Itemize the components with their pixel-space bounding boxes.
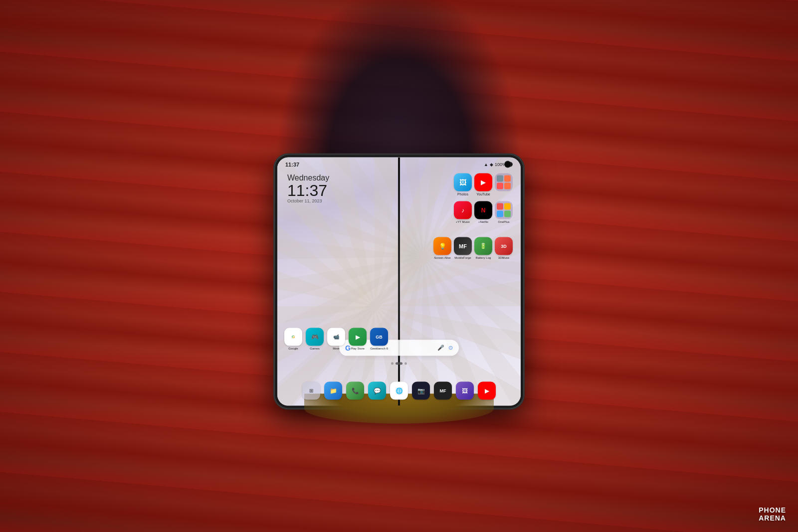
wifi-icon: ◆: [490, 162, 493, 167]
geekbench-icon: GB: [370, 328, 388, 346]
app-google[interactable]: G Google: [284, 328, 302, 350]
gallery-icon[interactable]: 🖼: [456, 381, 474, 399]
signal-icon: ▲: [484, 162, 488, 167]
oneplus-folder-icon: [495, 201, 513, 219]
files-icon[interactable]: 📁: [324, 381, 342, 399]
phonearena-watermark: PHONE ARENA: [759, 507, 786, 522]
google-icon: G: [284, 328, 302, 346]
meet-icon: 📹: [327, 328, 345, 346]
page-dots: [391, 362, 407, 364]
ytmusic-icon: ♪: [454, 201, 472, 219]
app-netflix[interactable]: N +Netflix: [474, 201, 492, 223]
phone-wrapper: 11:37 ▲ ◆ 100% Wednesday 11:37 October 1…: [274, 154, 524, 408]
folder-icon: [495, 173, 513, 191]
batterylog-icon: 🔋: [474, 237, 492, 255]
games-icon: 🎮: [306, 328, 324, 346]
mf-dock-icon[interactable]: MF: [434, 381, 452, 399]
netflix-icon: N: [474, 201, 492, 219]
app-group-right: 💡 Screen Alive MF MobileForge 🔋 Battery …: [433, 237, 513, 261]
app-games[interactable]: 🎮 Games: [306, 328, 324, 350]
dot-1: [391, 362, 394, 364]
folder-mini-4: [504, 182, 511, 189]
screenalive-icon: 💡: [433, 237, 451, 255]
netflix-label: +Netflix: [478, 220, 488, 223]
meet-label: Meet: [333, 347, 339, 350]
app-folder-top[interactable]: [495, 173, 513, 195]
app-meet[interactable]: 📹 Meet: [327, 328, 345, 350]
app-group-mid: ♪ +YT Music N +Netflix: [454, 201, 513, 225]
app-playstore[interactable]: ▶ Play Store: [349, 328, 367, 350]
mobileforge-label: MobileForge: [454, 256, 471, 259]
app-ytmusic[interactable]: ♪ +YT Music: [454, 201, 472, 223]
app-geekbench[interactable]: GB Geekbench 6: [370, 328, 388, 350]
playstore-label: Play Store: [351, 347, 365, 350]
phone-icon[interactable]: 📞: [346, 381, 364, 399]
folder-mini-3: [497, 182, 503, 189]
mobileforge-icon: MF: [454, 237, 472, 255]
app-photos[interactable]: 🖼 Photos: [454, 173, 472, 195]
games-label: Games: [310, 347, 319, 350]
3dmuse-label: 3DMuse: [498, 256, 509, 259]
youtube-dock-icon[interactable]: ▶: [478, 381, 496, 399]
screenalive-label: Screen Alive: [434, 256, 450, 259]
lens-icon: ⊙: [448, 345, 453, 351]
camera-icon[interactable]: 📷: [412, 381, 430, 399]
youtube-icon: ▶: [474, 173, 492, 191]
google-label: Google: [288, 347, 298, 350]
all-apps-icon[interactable]: ⊞: [302, 381, 320, 399]
mic-icon: 🎤: [437, 345, 444, 351]
status-time: 11:37: [285, 161, 299, 167]
ytmusic-label: +YT Music: [456, 220, 470, 223]
messages-icon[interactable]: 💬: [368, 381, 386, 399]
app-mobileforge[interactable]: MF MobileForge: [454, 237, 472, 259]
youtube-label: YouTube: [476, 192, 490, 195]
batterylog-label: Battery Log: [476, 256, 491, 259]
oneplus-label: OnePlus: [498, 220, 509, 223]
app-youtube[interactable]: ▶ YouTube: [474, 173, 492, 195]
geekbench-label: Geekbench 6: [370, 347, 388, 350]
app-group-top: 🖼 Photos ▶ YouTube: [454, 173, 513, 197]
front-camera: [505, 161, 511, 167]
app-batterylog[interactable]: 🔋 Battery Log: [474, 237, 492, 259]
dot-2-active: [396, 362, 402, 364]
op-mini-2: [504, 203, 511, 209]
watermark-line1: PHONE: [759, 507, 786, 514]
fold-line: [398, 157, 400, 405]
op-mini-3: [497, 210, 503, 217]
watermark-line2: ARENA: [759, 515, 786, 522]
dot-3: [404, 362, 407, 364]
3dmuse-icon: 3D: [495, 237, 513, 255]
phone-screen: 11:37 ▲ ◆ 100% Wednesday 11:37 October 1…: [277, 157, 521, 405]
date-widget: Wednesday 11:37 October 11, 2023: [287, 173, 329, 203]
bottom-apps-row: G Google 🎮 Games 📹 Meet: [284, 328, 388, 352]
app-screenalive[interactable]: 💡 Screen Alive: [433, 237, 451, 259]
op-mini-1: [497, 203, 503, 209]
playstore-icon: ▶: [349, 328, 367, 346]
dock: ⊞ 📁 📞 💬 🌐 📷 MF: [302, 381, 496, 399]
photos-icon: 🖼: [454, 173, 472, 191]
folder-mini-2: [504, 175, 511, 181]
photos-label: Photos: [457, 192, 468, 195]
app-oneplus[interactable]: OnePlus: [495, 201, 513, 223]
chrome-icon[interactable]: 🌐: [390, 381, 408, 399]
phone-device: 11:37 ▲ ◆ 100% Wednesday 11:37 October 1…: [274, 154, 524, 408]
status-bar: 11:37 ▲ ◆ 100%: [277, 157, 521, 171]
folder-mini-1: [497, 175, 503, 181]
date-time: 11:37: [287, 182, 329, 198]
op-mini-4: [504, 210, 511, 217]
app-3dmuse[interactable]: 3D 3DMuse: [495, 237, 513, 259]
